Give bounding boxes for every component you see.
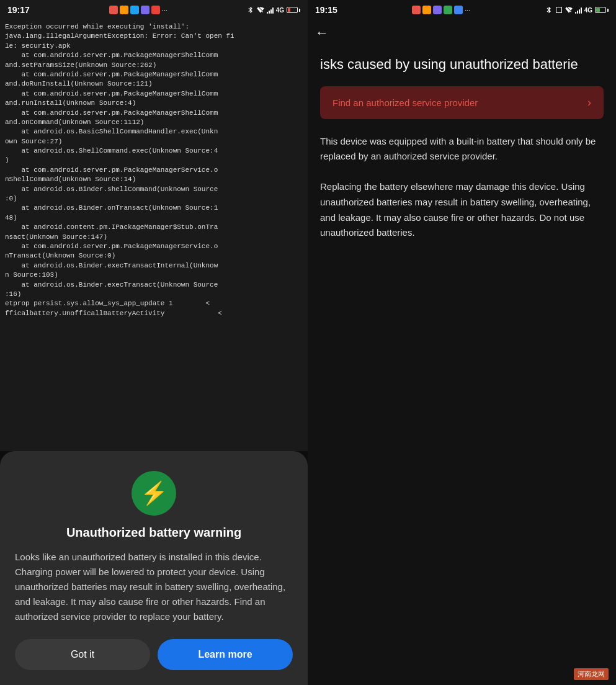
page-title: isks caused by using unauthorized batter… [308,46,616,86]
bolt-icon: ⚡ [140,482,168,504]
app-icon-1 [109,6,118,14]
no-network-icon [257,6,264,14]
app-icon-r3 [433,6,442,14]
app-icons-right: ··· [412,6,470,14]
dialog-buttons: Got it Learn more [15,639,293,670]
status-bar-left: 19:17 ··· 4G [0,0,308,20]
more-icon-right: ··· [465,6,470,14]
status-icons-right-right: 4G [545,6,609,14]
dialog-overlay: ⚡ Unauthorized battery warning Looks lik… [0,451,308,685]
learn-more-button[interactable]: Learn more [158,639,293,670]
app-icon-2 [120,6,128,14]
back-button[interactable]: ← [308,20,616,46]
bluetooth-icon-right [545,6,553,14]
got-it-button[interactable]: Got it [15,639,150,670]
app-icon-r4 [444,6,452,14]
time-right: 19:15 [315,5,337,15]
terminal-text: Exception occurred while executing 'inst… [5,22,303,318]
dialog-body: Looks like an unauthorized battery is in… [15,550,293,624]
app-icon-r1 [412,6,421,14]
network-type-right: 4G [584,7,592,14]
battery-right [595,7,609,13]
app-icon-3 [130,6,139,14]
battery-left [287,7,300,13]
dialog-title: Unauthorized battery warning [66,526,241,540]
status-icons-right-left: 4G [247,6,300,14]
signal-bars-left [267,6,274,14]
service-provider-label: Find an authorized service provider [333,97,478,108]
info-text-2: Replacing the battery elsewhere may dama… [308,179,616,256]
app-icons-left: ··· [109,6,167,14]
battery-warning-icon-container: ⚡ [132,471,176,516]
more-icon-left: ··· [162,6,167,14]
nfc-icon [555,6,563,14]
app-icon-4 [141,6,150,14]
right-panel: 19:15 ··· 4G [308,0,616,685]
info-text-1: This device was equipped with a built-in… [308,134,616,180]
dialog-box: ⚡ Unauthorized battery warning Looks lik… [0,451,308,685]
signal-bars-right [575,6,582,14]
status-bar-right: 19:15 ··· 4G [308,0,616,20]
time-left: 19:17 [7,5,30,15]
bluetooth-icon [247,6,254,14]
watermark: 河南龙网 [574,668,609,680]
network-type-left: 4G [276,7,284,14]
app-icon-r5 [454,6,463,14]
chevron-right-icon: › [587,96,591,109]
no-network-icon-right [565,6,573,14]
app-icon-5 [151,6,160,14]
service-provider-button[interactable]: Find an authorized service provider › [320,86,604,119]
left-panel: 19:17 ··· 4G [0,0,308,685]
app-icon-r2 [422,6,431,14]
